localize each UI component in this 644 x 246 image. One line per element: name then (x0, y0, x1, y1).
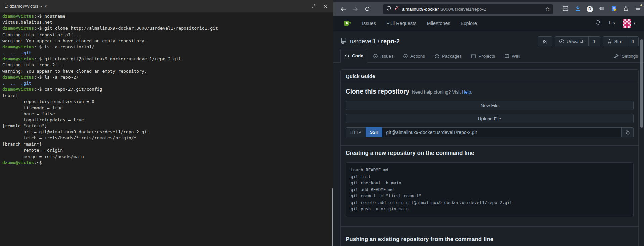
chevron-down-icon: ▼ (633, 22, 636, 25)
update-badge-icon (640, 4, 643, 6)
nav-link-pull-requests[interactable]: Pull Requests (386, 21, 416, 26)
quick-guide-box: Quick Guide Clone this repository Need h… (340, 69, 639, 246)
menu-hamburger-icon[interactable] (635, 5, 641, 13)
document-extension-icon[interactable] (611, 5, 617, 13)
create-repo-heading: Creating a new repository on the command… (346, 150, 634, 157)
push-repo-section: Pushing an existing repository from the … (341, 226, 638, 246)
notifications-bell-icon[interactable] (595, 20, 601, 27)
close-window-icon[interactable] (323, 4, 327, 8)
stars-count[interactable]: 0 (627, 37, 638, 46)
unwatch-button[interactable]: Unwatch (555, 37, 589, 46)
clone-url-row: HTTP SSH (346, 127, 634, 137)
url-bar[interactable]: almalinux9-docker :3000/usrdevel1/repo-2… (383, 4, 553, 14)
repo-content: Quick Guide Clone this repository Need h… (333, 63, 644, 246)
browser-window: almalinux9-docker :3000/usrdevel1/repo-2… (333, 0, 644, 246)
ssh-toggle-button[interactable]: SSH (366, 127, 383, 137)
pocket-icon[interactable] (562, 5, 569, 13)
insecure-lock-icon[interactable] (394, 6, 399, 12)
downloads-icon[interactable] (574, 5, 581, 13)
upload-file-button[interactable]: Upload File (346, 114, 634, 123)
tab-code[interactable]: Code (340, 49, 367, 63)
url-host: almalinux9-docker (402, 7, 439, 12)
user-menu[interactable]: ▼ (623, 19, 636, 28)
gitea-logo-icon[interactable] (342, 18, 352, 28)
terminal-output[interactable]: dzamo@victus:~$ hostnamevictus.balaitus.… (0, 12, 333, 166)
repo-header: usrdevel1 / repo-2 Unwatch 1 (333, 34, 644, 49)
star-button[interactable]: Star (603, 37, 627, 46)
extension-toolbar: D (562, 5, 641, 13)
bookmark-star-icon[interactable]: ☆ (545, 6, 550, 12)
url-path: :3000/usrdevel1/repo-2 (440, 7, 486, 12)
quick-guide-title: Quick Guide (341, 70, 638, 83)
tab-wiki[interactable]: Wiki (501, 50, 524, 62)
push-repo-heading: Pushing an existing repository from the … (346, 236, 634, 243)
help-link[interactable]: Help (462, 89, 471, 95)
extensions-puzzle-icon[interactable] (623, 5, 629, 13)
terminal-tab-title[interactable]: 1: dzamo@victus:~ (5, 4, 42, 9)
create-new-menu[interactable]: + ▼ (608, 20, 616, 27)
new-file-button[interactable]: New File (346, 101, 634, 110)
desktop: 1: dzamo@victus:~ ▼ dzamo@victus:~$ host… (0, 0, 644, 246)
chevron-down-icon: ▼ (613, 22, 616, 25)
repo-title: usrdevel1 / repo-2 (350, 38, 400, 45)
nav-link-issues[interactable]: Issues (362, 21, 376, 26)
create-repo-section: Creating a new repository on the command… (341, 145, 638, 226)
watch-button-group: Unwatch 1 (555, 36, 600, 46)
page-scrollbar[interactable] (640, 39, 643, 128)
clone-section: Clone this repository Need help cloning?… (341, 83, 638, 145)
create-repo-code-block: touch README.md git init git checkout -b… (346, 162, 634, 217)
gitea-navbar: Issues Pull Requests Milestones Explore … (333, 16, 644, 31)
clone-heading: Clone this repository (346, 88, 409, 95)
ddg-extension-icon[interactable]: D (587, 6, 593, 12)
back-icon[interactable] (339, 5, 348, 13)
shield-icon[interactable] (386, 6, 392, 12)
nav-link-explore[interactable]: Explore (461, 21, 477, 26)
restore-window-icon[interactable] (311, 4, 316, 8)
repo-owner-link[interactable]: usrdevel1 (350, 38, 376, 45)
tab-packages[interactable]: Packages (431, 50, 465, 62)
gray-extension-icon[interactable] (599, 5, 605, 13)
chevron-down-icon[interactable]: ▼ (44, 5, 47, 8)
terminal-titlebar: 1: dzamo@victus:~ ▼ (0, 0, 333, 12)
clone-help-text: Need help cloning? Visit Help. (412, 89, 472, 95)
forward-icon[interactable] (351, 5, 360, 13)
reload-icon[interactable] (363, 5, 372, 13)
tab-issues[interactable]: Issues (369, 50, 397, 62)
tab-projects[interactable]: Projects (467, 50, 499, 62)
http-toggle-button[interactable]: HTTP (346, 127, 366, 137)
clone-url-input[interactable] (382, 127, 622, 137)
repo-name-link[interactable]: repo-2 (381, 38, 400, 45)
watchers-count[interactable]: 1 (588, 37, 600, 46)
star-button-group: Star 0 (603, 36, 639, 46)
repo-title-separator: / (378, 38, 379, 45)
repo-icon (340, 38, 347, 45)
create-repo-commands[interactable]: touch README.md git init git checkout -b… (351, 167, 629, 212)
browser-toolbar: almalinux9-docker :3000/usrdevel1/repo-2… (333, 2, 644, 16)
rss-feed-button[interactable] (538, 36, 552, 46)
gitea-page: Issues Pull Requests Milestones Explore … (333, 16, 644, 246)
copy-url-button[interactable] (622, 127, 634, 137)
terminal-scrollbar[interactable] (332, 188, 333, 246)
plus-icon: + (608, 20, 611, 27)
tab-settings[interactable]: Settings (613, 50, 639, 62)
repo-tabs: Code Issues Actions Packages Projects (333, 49, 644, 63)
avatar (623, 19, 631, 28)
tab-actions[interactable]: Actions (399, 50, 429, 62)
browser-window-edge (333, 0, 644, 2)
terminal-window: 1: dzamo@victus:~ ▼ dzamo@victus:~$ host… (0, 0, 333, 246)
nav-link-milestones[interactable]: Milestones (427, 21, 450, 26)
